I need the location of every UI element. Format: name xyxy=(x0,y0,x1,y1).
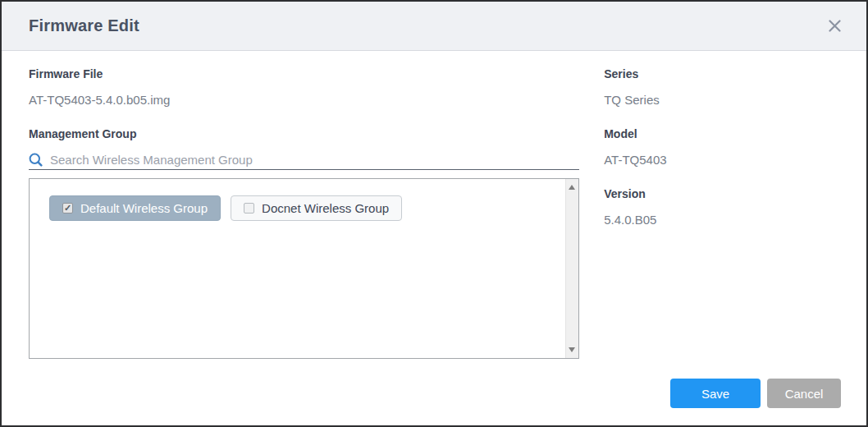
scroll-up-arrow-icon[interactable] xyxy=(569,185,575,190)
right-column: Series TQ Series Model AT-TQ5403 Version… xyxy=(604,51,839,227)
management-group-label: Management Group xyxy=(29,127,579,141)
dialog-footer: Save Cancel xyxy=(670,379,841,408)
close-button[interactable] xyxy=(824,16,845,37)
model-label: Model xyxy=(604,127,839,141)
group-option-docnet-wireless-group[interactable]: Docnet Wireless Group xyxy=(231,195,402,221)
model-value: AT-TQ5403 xyxy=(604,153,839,168)
firmware-edit-dialog: Firmware Edit Firmware File AT-TQ5403-5.… xyxy=(0,0,868,427)
series-label: Series xyxy=(604,67,839,81)
version-value: 5.4.0.B05 xyxy=(604,213,839,227)
firmware-file-label: Firmware File xyxy=(29,67,579,81)
x-icon xyxy=(828,19,842,33)
checkbox-icon xyxy=(62,203,73,214)
group-option-label: Docnet Wireless Group xyxy=(262,201,389,215)
list-scrollbar[interactable] xyxy=(565,179,578,358)
group-option-default-wireless-group[interactable]: Default Wireless Group xyxy=(49,195,221,221)
dialog-body: Firmware File AT-TQ5403-5.4.0.b05.img Ma… xyxy=(2,51,866,359)
save-button[interactable]: Save xyxy=(670,379,761,408)
series-value: TQ Series xyxy=(604,93,839,108)
checkbox-icon xyxy=(244,203,254,214)
version-label: Version xyxy=(604,187,839,201)
group-list-box: Default Wireless Group Docnet Wireless G… xyxy=(29,178,579,359)
cancel-button[interactable]: Cancel xyxy=(767,379,841,408)
scroll-down-arrow-icon[interactable] xyxy=(569,347,575,352)
group-option-label: Default Wireless Group xyxy=(80,201,208,215)
search-input[interactable] xyxy=(50,153,579,167)
dialog-header: Firmware Edit xyxy=(2,2,866,51)
group-list: Default Wireless Group Docnet Wireless G… xyxy=(30,179,578,221)
firmware-file-value: AT-TQ5403-5.4.0.b05.img xyxy=(29,93,579,108)
search-icon xyxy=(29,153,43,167)
left-column: Firmware File AT-TQ5403-5.4.0.b05.img Ma… xyxy=(29,51,579,359)
search-bar xyxy=(29,152,579,170)
dialog-title: Firmware Edit xyxy=(29,16,139,35)
